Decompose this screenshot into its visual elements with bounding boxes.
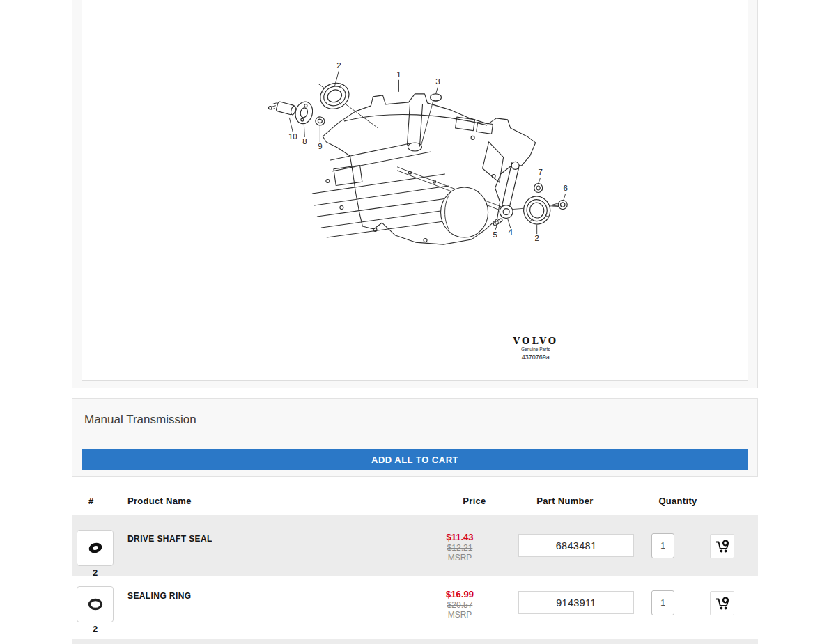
callout-10: 10: [288, 132, 297, 141]
header-quantity: Quantity: [636, 496, 720, 506]
add-all-to-cart-button[interactable]: ADD ALL TO CART: [82, 449, 748, 470]
part-number-button[interactable]: 9143911: [518, 591, 634, 614]
product-name: SEALING RING: [127, 591, 191, 601]
msrp-price: $20.57: [418, 600, 502, 611]
exploded-parts-left: [268, 79, 441, 128]
callout-6: 6: [564, 184, 568, 192]
cart-plus-icon: [715, 539, 730, 554]
header-part-number: Part Number: [523, 496, 607, 506]
table-row: 2 DRIVE SHAFT SEAL $11.43 $12.21 MSRP 68…: [72, 515, 758, 576]
price-block: $11.43 $12.21 MSRP: [418, 533, 502, 563]
header-index: #: [88, 496, 94, 506]
callout-4: 4: [508, 228, 513, 236]
volvo-wordmark: VOLVO: [512, 336, 558, 346]
diagram-canvas: 2 1 3 10 8 9 7 6 5 4 2 VOLVO Genuine Par…: [82, 0, 748, 381]
table-row: 2 SEALING RING $16.99 $20.57 MSRP 914391…: [72, 576, 758, 639]
product-thumbnail[interactable]: [77, 530, 114, 566]
sale-price: $16.99: [418, 590, 502, 600]
genuine-parts-label: Genuine Parts: [521, 347, 550, 352]
diagram-ref-number: 2: [77, 624, 114, 634]
part-number-button[interactable]: 6843481: [518, 534, 634, 557]
product-name: DRIVE SHAFT SEAL: [127, 534, 212, 544]
table-header-row: # Product Name Price Part Number Quantit…: [72, 487, 758, 515]
callout-5: 5: [493, 230, 497, 239]
sale-price: $11.43: [418, 533, 502, 543]
next-row-edge: [72, 639, 758, 644]
callout-8: 8: [302, 137, 307, 146]
section-panel: Manual Transmission ADD ALL TO CART: [72, 398, 758, 477]
volvo-logo: VOLVO Genuine Parts 4370769a: [512, 336, 558, 361]
callout-7: 7: [538, 168, 542, 176]
callout-3: 3: [435, 77, 440, 86]
section-title: Manual Transmission: [84, 413, 196, 427]
msrp-label: MSRP: [418, 610, 502, 620]
header-price: Price: [433, 496, 516, 506]
transmission-exploded-diagram: 2 1 3 10 8 9 7 6 5 4 2 VOLVO Genuine Par…: [82, 0, 748, 380]
quantity-input[interactable]: [651, 590, 674, 615]
add-to-cart-button[interactable]: [710, 591, 734, 615]
drive-shaft-seal-icon: [85, 539, 106, 557]
callout-9: 9: [318, 142, 322, 150]
parts-table: # Product Name Price Part Number Quantit…: [72, 487, 758, 644]
quantity-input[interactable]: [651, 533, 674, 558]
product-thumbnail[interactable]: [77, 586, 114, 622]
msrp-label: MSRP: [418, 553, 502, 563]
gearbox-body-drawing: [312, 94, 535, 244]
callout-2-left: 2: [336, 61, 341, 70]
diagram-panel: 2 1 3 10 8 9 7 6 5 4 2 VOLVO Genuine Par…: [72, 0, 758, 388]
price-block: $16.99 $20.57 MSRP: [418, 590, 502, 620]
cart-plus-icon: [715, 596, 730, 611]
header-product-name: Product Name: [127, 496, 192, 506]
callout-2-right: 2: [534, 234, 539, 242]
parts-catalog-page: { "diagram": { "figure_code": "4370769a"…: [0, 0, 836, 644]
sealing-ring-icon: [85, 595, 106, 613]
callout-1: 1: [396, 70, 401, 79]
msrp-price: $12.21: [418, 543, 502, 553]
add-to-cart-button[interactable]: [710, 534, 734, 558]
figure-code: 4370769a: [522, 354, 550, 361]
